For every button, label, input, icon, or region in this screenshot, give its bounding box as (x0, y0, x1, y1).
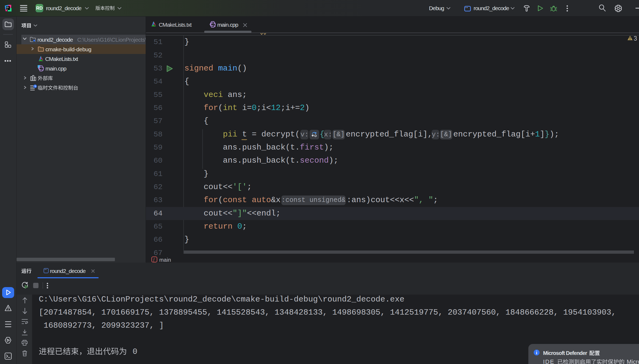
svg-text:CL: CL (6, 6, 9, 9)
svg-text:f: f (153, 257, 155, 262)
